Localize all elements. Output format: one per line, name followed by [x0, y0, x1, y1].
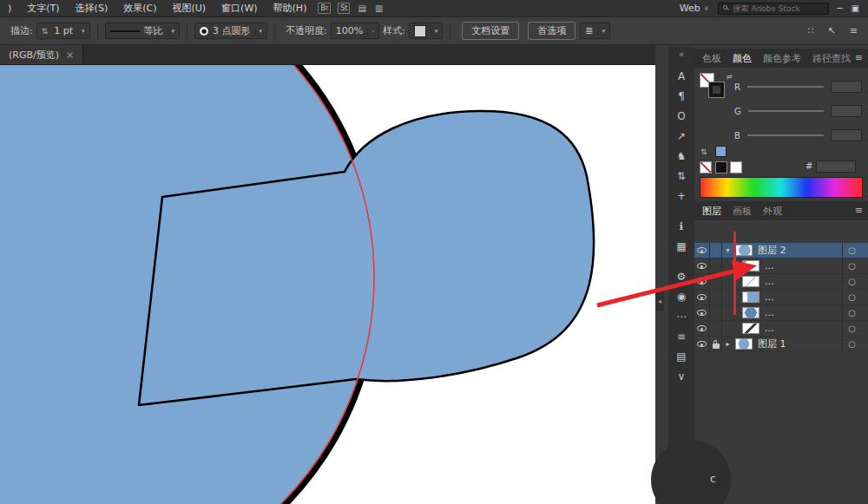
- fill-stroke-indicator[interactable]: ⇄: [700, 73, 731, 104]
- lock-toggle[interactable]: [710, 243, 722, 258]
- visibility-toggle[interactable]: [694, 337, 710, 351]
- selection-column[interactable]: [861, 321, 868, 336]
- tab-pathfinder[interactable]: 路径查找: [812, 52, 851, 65]
- more-options-icon[interactable]: ⋯: [668, 306, 694, 326]
- layer-name[interactable]: 图层 1: [758, 337, 842, 350]
- selection-column[interactable]: [861, 259, 868, 273]
- lock-toggle[interactable]: [710, 305, 722, 320]
- tab-color-guide[interactable]: 颜色参考: [763, 52, 801, 65]
- info-panel-icon[interactable]: ℹ: [668, 216, 694, 236]
- red-value-field[interactable]: [831, 81, 862, 93]
- chevron-right-icon[interactable]: ▸: [722, 340, 733, 348]
- tab-swatches[interactable]: 色板: [702, 52, 721, 65]
- stepper-icon[interactable]: ⇅: [42, 27, 49, 36]
- arrange-documents-icon[interactable]: ▤: [358, 3, 365, 13]
- align-dropdown[interactable]: ≣ ▾: [580, 23, 610, 39]
- none-swatch[interactable]: [700, 161, 712, 173]
- layer-row-sub[interactable]: ▾ ... ○: [694, 259, 868, 274]
- opacity-dropdown[interactable]: 100% ›: [331, 23, 379, 39]
- visibility-toggle[interactable]: [694, 259, 710, 273]
- style-dropdown[interactable]: ▾: [409, 23, 444, 39]
- layer-thumbnail[interactable]: [735, 338, 753, 350]
- layer-row-sub[interactable]: ▾ ... ○: [694, 274, 868, 290]
- layer-name[interactable]: ...: [765, 260, 842, 272]
- target-icon[interactable]: ○: [842, 259, 861, 273]
- selection-column[interactable]: [861, 243, 868, 258]
- selection-column[interactable]: [861, 274, 868, 289]
- expand-panels-icon[interactable]: «: [679, 49, 684, 59]
- layer-thumbnail[interactable]: [742, 323, 760, 334]
- selection-column[interactable]: [861, 290, 868, 304]
- dropdown-arrow-icon[interactable]: ▾: [168, 28, 175, 35]
- visibility-toggle[interactable]: [694, 243, 710, 258]
- pathfinder-panel-icon[interactable]: +: [668, 186, 694, 206]
- close-icon[interactable]: ×: [66, 49, 74, 61]
- document-setup-button[interactable]: 文档设置: [462, 22, 519, 40]
- tab-artboards[interactable]: 画板: [733, 205, 752, 218]
- attributes-panel-icon[interactable]: ▦: [668, 236, 694, 256]
- lock-toggle[interactable]: [710, 259, 722, 273]
- layer-thumbnail[interactable]: [742, 276, 760, 287]
- layer-thumbnail[interactable]: [735, 245, 753, 256]
- dropdown-arrow-icon[interactable]: ▾: [255, 28, 263, 35]
- lock-toggle[interactable]: [710, 274, 722, 289]
- selection-column[interactable]: [861, 305, 868, 320]
- target-icon[interactable]: ○: [842, 274, 861, 289]
- bridge-icon[interactable]: Br: [318, 3, 331, 14]
- panel-menu-icon[interactable]: ≡: [855, 205, 863, 216]
- transform-panel-icon[interactable]: ⇅: [668, 166, 694, 186]
- gear-panel-icon[interactable]: ⚙: [668, 266, 694, 286]
- blue-slider[interactable]: [747, 134, 824, 136]
- layer-thumbnail[interactable]: [742, 260, 760, 272]
- visibility-toggle[interactable]: [694, 274, 710, 289]
- angle-right-icon[interactable]: ›: [367, 28, 374, 35]
- chevron-down-icon[interactable]: ▾: [722, 246, 733, 254]
- layer-name[interactable]: ...: [765, 291, 842, 303]
- menu-item-clipped[interactable]: ): [0, 3, 19, 14]
- hex-value-field[interactable]: [816, 160, 856, 173]
- artboards-panel-icon[interactable]: ▤: [668, 346, 694, 366]
- color-spectrum-bar[interactable]: [700, 177, 863, 198]
- target-icon[interactable]: ○: [842, 321, 861, 336]
- layer-thumbnail[interactable]: [742, 291, 760, 303]
- stroke-profile-dropdown[interactable]: 等比 ▾: [105, 23, 181, 39]
- artboard-canvas[interactable]: [0, 65, 655, 504]
- dropdown-arrow-icon[interactable]: ▾: [598, 28, 606, 35]
- preferences-button[interactable]: 首选项: [528, 22, 575, 40]
- minimize-button[interactable]: ─: [838, 3, 843, 13]
- expand-more-icon[interactable]: ∨: [668, 366, 694, 386]
- grid-dots-icon[interactable]: ∷: [808, 25, 814, 36]
- lock-toggle[interactable]: [710, 290, 722, 304]
- export-panel-icon[interactable]: ↗: [668, 126, 694, 146]
- control-panel-menu-icon[interactable]: ≡: [850, 25, 858, 36]
- layer-name[interactable]: ...: [765, 323, 842, 334]
- menu-item-window[interactable]: 窗口(W): [214, 2, 265, 15]
- workspace-switcher[interactable]: Web ∨: [680, 3, 709, 14]
- tab-layers[interactable]: 图层: [702, 205, 721, 218]
- layer-row-layer2[interactable]: ▾ 图层 2 ○: [694, 243, 868, 259]
- tab-color[interactable]: 颜色: [733, 52, 752, 65]
- menu-item-view[interactable]: 视图(U): [164, 2, 214, 15]
- dropdown-arrow-icon[interactable]: ▾: [77, 28, 85, 35]
- current-color-swatch[interactable]: [715, 146, 727, 157]
- blue-value-field[interactable]: [831, 129, 862, 141]
- selection-tool-icon[interactable]: ↖: [828, 25, 836, 36]
- layer-row-sub[interactable]: ▾ ... ○: [694, 321, 868, 337]
- layer-row-sub[interactable]: ▾ ... ○: [694, 305, 868, 321]
- dropdown-arrow-icon[interactable]: ▾: [431, 28, 438, 35]
- paragraph-panel-icon[interactable]: ¶: [668, 86, 694, 106]
- lock-toggle[interactable]: [710, 321, 722, 336]
- layer-row-sub[interactable]: ▾ ... ○: [694, 290, 868, 305]
- character-panel-icon[interactable]: A: [668, 66, 694, 86]
- document-layout-icon[interactable]: ▥: [375, 3, 383, 13]
- document-tab[interactable]: (RGB/预览) ×: [0, 45, 83, 64]
- stock-icon[interactable]: St: [338, 3, 350, 14]
- stroke-panel-icon[interactable]: ≡: [668, 326, 694, 346]
- green-slider[interactable]: [748, 110, 824, 112]
- panel-menu-icon[interactable]: ≡: [855, 52, 863, 63]
- green-value-field[interactable]: [831, 105, 862, 117]
- menu-item-type[interactable]: 文字(T): [19, 2, 67, 15]
- shape-builder-panel-icon[interactable]: ♞: [668, 146, 694, 166]
- dock-collapse-handle[interactable]: ◂: [655, 291, 664, 311]
- symbols-panel-icon[interactable]: ◉: [668, 286, 694, 306]
